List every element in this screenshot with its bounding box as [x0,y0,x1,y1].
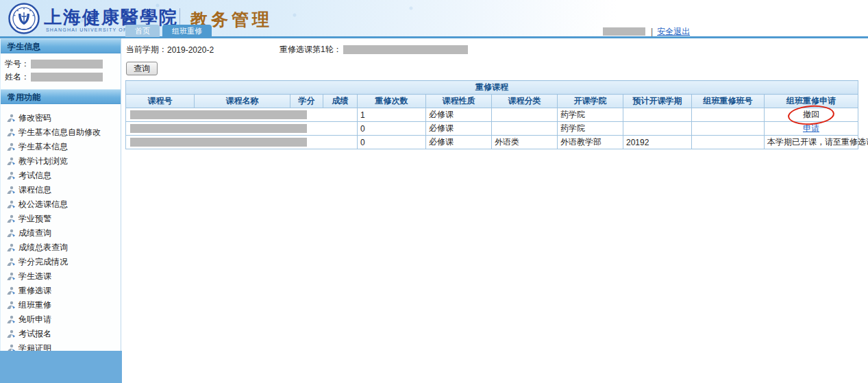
person-tool-icon [6,301,16,310]
sidebar-item-label: 学生基本信息 [18,141,68,153]
sidebar-item-label: 学分完成情况 [18,256,68,268]
student-info-fields: 学号： 姓名： [1,53,121,89]
table-group-header: 重修课程 [126,81,858,95]
application-cell: 申请 [765,122,858,136]
student-info-header: 学生信息 [1,38,121,53]
retake-course-table: 重修课程 课程号 课程名称 学分 成绩 重修次数 课程性质 课程分类 开课学院 … [125,80,858,149]
col-header-class-no: 组班重修班号 [692,95,765,108]
student-name-label: 姓名： [5,71,29,83]
person-tool-icon [6,186,16,195]
course-category-cell: 外语类 [492,136,558,149]
sidebar-item-label: 考试信息 [18,170,51,182]
sidebar-item-label: 成绩总表查询 [18,242,68,254]
retake-count-cell: 0 [358,122,426,136]
sidebar-item-retake-selection[interactable]: 重修选课 [6,284,121,298]
course-info-redacted-cell [126,108,358,122]
student-id-redacted [31,60,103,69]
retake-round-label: 重修选课第1轮： [280,44,342,55]
expected-term-cell: 20192 [623,136,692,149]
current-term-label: 当前学期： [126,44,167,55]
sidebar-item-label: 免听申请 [18,314,51,325]
course-info-redacted-cell [126,122,358,136]
expected-term-cell [623,122,692,136]
college-cell: 药学院 [558,108,623,122]
sidebar-item-label: 成绩查询 [18,227,51,239]
term-info-row: 当前学期： 2019-2020-2 重修选课第1轮： [126,44,468,55]
sidebar-item-label: 教学计划浏览 [18,156,68,167]
person-tool-icon [6,214,16,223]
person-tool-icon [6,128,16,137]
person-tool-icon [6,114,16,123]
course-nature-cell: 必修课 [426,108,492,122]
col-header-course-name: 课程名称 [195,95,290,108]
person-tool-icon [6,200,16,209]
sidebar-item-course-selection[interactable]: 学生选课 [6,269,121,284]
table-row: 0 必修课 外语类 外语教学部 20192 本学期已开课，请至重修选课申请跟班重… [126,136,858,149]
expected-term-cell [623,108,692,122]
application-status-text: 本学期已开课，请至重修选课申请跟班重修 [767,137,868,147]
retake-count-cell: 0 [358,136,426,149]
retake-count-cell: 1 [358,108,426,122]
course-info-redacted [130,124,307,133]
sidebar-item-label: 重修选课 [18,285,51,297]
sidebar-item-grade-query[interactable]: 成绩查询 [6,226,121,240]
current-term-value: 2019-2020-2 [167,45,214,55]
retake-round-redacted [343,45,468,54]
sidebar-item-academic-warning[interactable]: 学业预警 [6,212,121,226]
page: 上海健康醫學院 SHANGHAI UNIVERSITY OF MEDICINE … [0,0,868,383]
sidebar-item-change-password[interactable]: 修改密码 [6,111,121,125]
main-content: 当前学期： 2019-2020-2 重修选课第1轮： 查询 重修课程 课程号 课… [122,38,868,383]
user-separator: | [651,27,653,36]
apply-link[interactable]: 申请 [803,123,819,133]
user-area: | 安全退出 [603,26,690,37]
student-name-redacted [31,73,103,82]
sidebar-item-group-retake[interactable]: 组班重修 [6,298,121,312]
student-id-row: 学号： [5,58,121,71]
sidebar-item-self-edit-info[interactable]: 学生基本信息自助修改 [6,125,121,140]
person-tool-icon [6,330,16,338]
class-no-cell [692,108,765,122]
col-header-college: 开课学院 [558,95,623,108]
query-button[interactable]: 查询 [126,62,158,75]
person-tool-icon [6,243,16,252]
sidebar-item-label: 组班重修 [18,299,51,311]
sidebar-item-basic-info[interactable]: 学生基本信息 [6,140,121,154]
sidebar-item-label: 校公选课信息 [18,199,68,210]
person-tool-icon [6,143,16,151]
college-cell: 外语教学部 [558,136,623,149]
col-header-course-no: 课程号 [126,95,195,108]
logout-link[interactable]: 安全退出 [657,26,690,38]
username-redacted [603,27,645,36]
person-tool-icon [6,258,16,267]
withdraw-link[interactable]: 撤回 [803,110,819,119]
tab-group-retake[interactable]: 组班重修 [162,25,212,37]
tab-home[interactable]: 首页 [125,25,160,37]
sidebar-item-exam-info[interactable]: 考试信息 [6,169,121,183]
sidebar: 学生信息 学号： 姓名： 常用功能 修改密码 学生基本信息自助修改 学生基本信息… [0,38,121,351]
sidebar-item-course-info[interactable]: 课程信息 [6,183,121,197]
sidebar-item-grade-summary[interactable]: 成绩总表查询 [6,240,121,255]
sidebar-item-label: 修改密码 [18,112,51,124]
col-header-expected-term: 预计开课学期 [623,95,692,108]
course-nature-cell: 必修课 [426,122,492,136]
sidebar-item-credit-completion[interactable]: 学分完成情况 [6,255,121,269]
nav-tabs: 首页 组班重修 [125,25,212,37]
col-header-application: 组班重修申请 [765,95,858,108]
person-tool-icon [6,157,16,166]
table-row: 0 必修课 药学院 申请 [126,122,858,136]
sidebar-item-public-elective[interactable]: 校公选课信息 [6,197,121,212]
application-cell: 本学期已开课，请至重修选课申请跟班重修 [765,136,858,149]
sidebar-item-exemption[interactable]: 免听申请 [6,312,121,327]
table-group-header-row: 重修课程 [126,81,858,95]
application-cell: 撤回 [765,108,858,122]
sidebar-item-exam-registration[interactable]: 考试报名 [6,327,121,341]
sidebar-menu: 修改密码 学生基本信息自助修改 学生基本信息 教学计划浏览 考试信息 课程信息 … [1,104,121,370]
course-info-redacted [130,110,307,119]
course-nature-cell: 必修课 [426,136,492,149]
person-tool-icon [6,229,16,238]
sidebar-item-label: 学生基本信息自助修改 [18,127,101,138]
sidebar-item-teaching-plan[interactable]: 教学计划浏览 [6,154,121,169]
sidebar-item-label: 学业预警 [18,213,51,225]
table-row: 1 必修课 药学院 撤回 [126,108,858,122]
sidebar-item-label: 学生选课 [18,271,51,282]
